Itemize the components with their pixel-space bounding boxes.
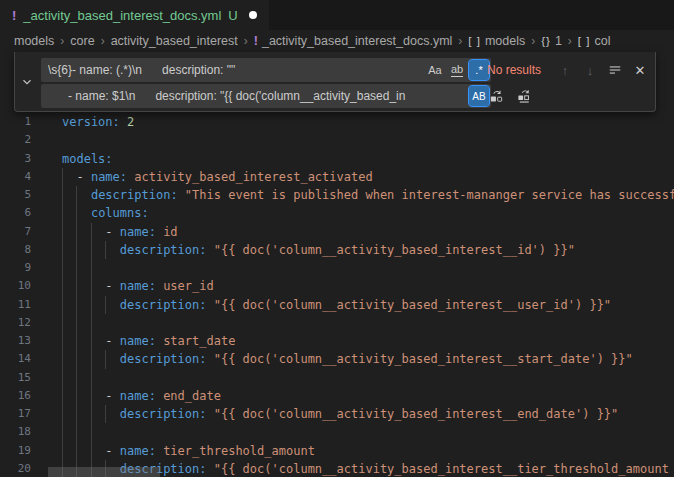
previous-match-button[interactable]: ↑ [555,60,575,80]
toggle-replace-button[interactable] [15,52,38,111]
line-number[interactable]: 4 [0,168,31,186]
code-text[interactable]: description: "{{ doc('column__activity_b… [62,350,633,368]
code-line: 11 description: "{{ doc('column__activit… [0,296,674,314]
symbol-object-icon: {} [541,35,551,47]
line-number[interactable]: 6 [0,204,31,222]
find-input-box: Aa ab .* [41,58,491,82]
find-in-selection-button[interactable] [605,60,625,80]
line-number[interactable]: 20 [0,460,31,477]
indent-guide [105,405,106,423]
breadcrumb-item-core[interactable]: core [70,34,94,48]
code-text[interactable]: description: "{{ doc('column__activity_b… [62,296,611,314]
line-number[interactable]: 18 [0,423,31,441]
chevron-down-icon [20,75,34,89]
code-line: 13 - name: start_date [0,332,674,350]
modified-dot-icon[interactable] [249,11,257,19]
code-line: 9 [0,259,674,277]
line-number[interactable]: 11 [0,296,31,314]
breadcrumb-separator: › [244,34,248,48]
code-line: 7 - name: id [0,223,674,241]
code-line: 10 - name: user_id [0,277,674,295]
horizontal-scrollbar-thumb[interactable] [48,467,160,477]
code-line: 19 - name: tier_threshold_amount [0,442,674,460]
breadcrumb-separator: › [101,34,105,48]
code-line: 5 description: "This event is published … [0,186,674,204]
indent-guide [62,168,63,477]
replace-buttons [485,86,535,106]
breadcrumb-label: _activity_based_interest_docs.yml [262,34,452,48]
breadcrumb-label: models [485,34,525,48]
line-number[interactable]: 7 [0,223,31,241]
line-number[interactable]: 1 [0,113,31,131]
line-number[interactable]: 12 [0,314,31,332]
symbol-array-icon: [ ] [578,35,591,47]
line-number[interactable]: 3 [0,150,31,168]
code-line: 16 - name: end_date [0,387,674,405]
code-line: 1version: 2 [0,113,674,131]
code-line: 8 description: "{{ doc('column__activity… [0,241,674,259]
breadcrumb-item-activity_based_interest[interactable]: activity_based_interest [111,34,238,48]
next-match-button[interactable]: ↓ [580,60,600,80]
line-number[interactable]: 5 [0,186,31,204]
code-text[interactable]: version: 2 [62,113,134,131]
line-number[interactable]: 13 [0,332,31,350]
line-number[interactable]: 19 [0,442,31,460]
code-text[interactable]: - name: tier_threshold_amount [62,442,315,460]
code-lines: 1version: 223models:4 - name: activity_b… [0,113,674,477]
tab-active-file[interactable]: ! _activity_based_interest_docs.yml U [0,0,269,30]
line-number[interactable]: 8 [0,241,31,259]
close-find-widget-button[interactable]: ✕ [630,60,650,80]
code-text[interactable]: columns: [62,204,149,222]
breadcrumb-item-1[interactable]: {}1 [541,34,562,48]
code-text[interactable]: models: [62,150,113,168]
code-line: 6 columns: [0,204,674,222]
replace-input[interactable] [41,84,469,108]
replace-all-icon [517,89,532,104]
code-text[interactable]: description: "{{ doc('column__activity_b… [62,241,575,259]
code-line: 4 - name: activity_based_interest_activa… [0,168,674,186]
replace-icon [489,89,504,104]
code-text[interactable]: - name: user_id [62,277,214,295]
code-line: 12 [0,314,674,332]
code-line: 15 [0,369,674,387]
breadcrumb: models›core›activity_based_interest›!_ac… [0,30,674,52]
line-number[interactable]: 17 [0,405,31,423]
breadcrumb-item-col[interactable]: [ ]col [578,34,611,48]
indent-guide [105,241,106,259]
code-line: 14 description: "{{ doc('column__activit… [0,350,674,368]
code-text[interactable]: description: "{{ doc('column__activity_b… [62,405,618,423]
breadcrumb-separator: › [60,34,64,48]
line-number[interactable]: 10 [0,277,31,295]
yaml-file-icon: ! [254,34,258,48]
code-text[interactable]: - name: start_date [62,332,235,350]
find-results-count: No results [487,58,541,82]
breadcrumb-label: activity_based_interest [111,34,238,48]
code-text[interactable]: - name: activity_based_interest_activate… [62,168,373,186]
whole-word-toggle[interactable]: ab [447,60,467,80]
find-input[interactable] [41,58,425,82]
breadcrumb-item-models[interactable]: models [14,34,54,48]
indent-guide [105,296,106,314]
line-number[interactable]: 15 [0,369,31,387]
code-line: 18 [0,423,674,441]
line-number[interactable]: 16 [0,387,31,405]
breadcrumb-separator: › [458,34,462,48]
git-status-badge: U [228,8,237,23]
match-case-toggle[interactable]: Aa [425,60,445,80]
code-text[interactable]: description: "This event is published wh… [62,186,674,204]
indent-guide [76,186,77,477]
breadcrumb-separator: › [531,34,535,48]
code-text[interactable]: - name: id [62,223,178,241]
code-text[interactable]: - name: end_date [62,387,221,405]
line-number[interactable]: 9 [0,259,31,277]
replace-button[interactable] [485,86,507,106]
line-number[interactable]: 2 [0,131,31,149]
breadcrumb-item-_activity_based_interest_docs.yml[interactable]: !_activity_based_interest_docs.yml [254,34,453,48]
replace-all-button[interactable] [513,86,535,106]
find-replace-widget: Aa ab .* No results ↑ ↓ ✕ AB [14,52,656,112]
line-number[interactable]: 14 [0,350,31,368]
code-line: 2 [0,131,674,149]
breadcrumb-item-models[interactable]: [ ]models [468,34,525,48]
code-line: 3models: [0,150,674,168]
regex-toggle[interactable]: .* [469,60,489,80]
